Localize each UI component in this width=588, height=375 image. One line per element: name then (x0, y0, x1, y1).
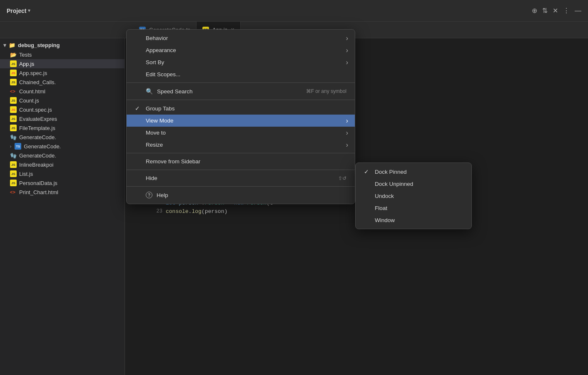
sidebar-item-printchart[interactable]: <> Print_Chart.html (0, 188, 125, 197)
sidebar-item-chained[interactable]: JS Chained_Calls. (0, 78, 125, 87)
sidebar-item-counthtml[interactable]: <> Count.html (0, 87, 125, 96)
menu-separator-1 (127, 82, 355, 83)
html-file-icon: <> (10, 189, 17, 195)
sidebar-item-label: GenerateCode. (19, 152, 56, 159)
sidebar-item-label: Count.spec.js (19, 107, 52, 113)
sidebar-item-tests[interactable]: 📂 Tests (0, 50, 125, 59)
sidebar-item-listjs[interactable]: JS List.js (0, 169, 125, 178)
menu-editscopes-label: Edit Scopes... (146, 71, 180, 78)
sidebar-item-generatecode2[interactable]: › TS GenerateCode. (0, 142, 125, 151)
sidebar-item-label: EvaluateExpres (19, 116, 57, 122)
menu-item-help[interactable]: ? Help (127, 189, 355, 201)
js-file-icon: JS (10, 97, 17, 104)
menu-item-viewmode[interactable]: View Mode (127, 115, 355, 127)
sidebar-item-label: Tests (19, 52, 32, 58)
target-icon[interactable]: ⊕ (532, 7, 537, 15)
js-file-icon: JS (10, 79, 17, 85)
project-title[interactable]: Project ▾ (7, 8, 30, 14)
menu-removefromsidebar-label: Remove from Sidebar (146, 158, 200, 165)
submenu-window-label: Window (375, 217, 395, 223)
more-options-icon[interactable]: ⋮ (563, 7, 570, 15)
html-file-icon: <> (10, 88, 17, 95)
close-icon[interactable]: ✕ (553, 7, 558, 15)
menu-separator-4 (127, 170, 355, 170)
toolbar-icons: ⊕ ⇅ ✕ ⋮ — (532, 7, 581, 15)
line-num: 23 (150, 208, 162, 216)
submenu-viewmode: ✓ Dock Pinned Dock Unpinned Undock Float… (355, 162, 472, 229)
sidebar-item-label: Count.html (19, 88, 45, 95)
js-file-icon: JS (10, 60, 17, 67)
glove-icon: 🧤 (10, 134, 17, 140)
sidebar-root[interactable]: ▾ 📁 debug_stepping (0, 40, 125, 50)
top-toolbar: Project ▾ ⊕ ⇅ ✕ ⋮ — (0, 0, 588, 22)
menu-item-speedsearch[interactable]: 🔍 Speed Search ⌘F or any symbol (127, 85, 355, 98)
submenu-undock-label: Undock (375, 193, 394, 199)
sidebar-item-generatecode1[interactable]: 🧤 GenerateCode. (0, 132, 125, 142)
sidebar-item-label: PersonalData.js (19, 180, 57, 186)
spec-file-icon: JS (10, 70, 17, 76)
submenu-item-dockpinned[interactable]: ✓ Dock Pinned (356, 165, 471, 178)
sidebar-item-label: App.js (19, 61, 34, 67)
menu-sortby-label: Sort By (146, 59, 164, 65)
glove-icon: 🧤 (10, 152, 17, 159)
minimize-icon[interactable]: — (575, 7, 581, 15)
collapse-icon: ▾ (3, 42, 6, 48)
expand-icon: › (10, 144, 11, 149)
context-menu: Behavior Appearance Sort By Edit Scopes.… (126, 29, 355, 204)
menu-speedsearch-label: Speed Search (157, 88, 193, 95)
sidebar-item-label: InlineBreakpoi (19, 162, 53, 168)
project-label: Project (7, 8, 26, 14)
submenu-float-label: Float (375, 205, 387, 211)
sidebar-item-label: Count.js (19, 98, 39, 104)
sidebar-item-personaldata[interactable]: JS PersonalData.js (0, 178, 125, 188)
menu-item-sortby[interactable]: Sort By (127, 56, 355, 68)
sidebar-item-evaluate[interactable]: JS EvaluateExpres (0, 114, 125, 123)
sidebar-item-appjs[interactable]: JS App.js (0, 59, 125, 68)
sidebar-item-countjs[interactable]: JS Count.js (0, 96, 125, 105)
submenu-dockpinned-label: Dock Pinned (375, 169, 407, 175)
sidebar-item-label: List.js (19, 171, 33, 177)
sidebar-item-countspecjs[interactable]: JS Count.spec.js (0, 105, 125, 114)
menu-item-behavior[interactable]: Behavior (127, 32, 355, 44)
menu-item-grouptabs[interactable]: ✓ Group Tabs (127, 102, 355, 115)
menu-resize-label: Resize (146, 142, 163, 148)
menu-item-resize[interactable]: Resize (127, 139, 355, 151)
help-icon: ? (146, 192, 152, 198)
sidebar-item-label: GenerateCode. (24, 143, 61, 150)
menu-help-label: Help (157, 192, 168, 198)
menu-item-hide[interactable]: Hide ⇧↺ (127, 172, 355, 184)
sidebar-item-label: Chained_Calls. (19, 79, 56, 85)
sidebar-item-label: FileTemplate.js (19, 125, 55, 131)
submenu-item-dockunpinned[interactable]: Dock Unpinned (356, 178, 471, 190)
menu-appearance-label: Appearance (146, 47, 176, 53)
submenu-item-undock[interactable]: Undock (356, 190, 471, 202)
sidebar-item-generatecode3[interactable]: 🧤 GenerateCode. (0, 151, 125, 160)
dropdown-arrow-icon: ▾ (28, 8, 30, 13)
sidebar-item-filetemplate[interactable]: JS FileTemplate.js (0, 123, 125, 132)
js-file-icon: JS (10, 161, 17, 168)
sort-icon[interactable]: ⇅ (542, 7, 548, 15)
menu-separator-5 (127, 186, 355, 187)
js-file-icon: JS (10, 125, 17, 131)
menu-hide-label: Hide (146, 175, 157, 181)
js-file-icon: JS (10, 180, 17, 186)
sidebar-item-appspecjs[interactable]: JS App.spec.js (0, 68, 125, 78)
menu-item-removefromsidebar[interactable]: Remove from Sidebar (127, 155, 355, 168)
submenu-item-float[interactable]: Float (356, 202, 471, 214)
menu-behavior-label: Behavior (146, 35, 168, 41)
hide-shortcut: ⇧↺ (338, 175, 346, 181)
code-content: console.log(person) (166, 208, 227, 216)
menu-moveto-label: Move to (146, 130, 166, 136)
menu-item-appearance[interactable]: Appearance (127, 44, 355, 56)
sidebar-item-inlinebreak[interactable]: JS InlineBreakpoi (0, 160, 125, 169)
menu-item-editscopes[interactable]: Edit Scopes... (127, 68, 355, 80)
menu-item-moveto[interactable]: Move to (127, 127, 355, 139)
submenu-item-window[interactable]: Window (356, 214, 471, 226)
spec-file-icon: JS (10, 106, 17, 113)
ts-file-icon: TS (15, 143, 21, 150)
submenu-dockunpinned-label: Dock Unpinned (375, 181, 413, 187)
menu-separator-3 (127, 153, 355, 153)
sidebar-item-label: Print_Chart.html (19, 189, 58, 195)
folder-icon: 📁 (9, 42, 15, 48)
menu-shortcut: ⌘F or any symbol (306, 88, 346, 94)
